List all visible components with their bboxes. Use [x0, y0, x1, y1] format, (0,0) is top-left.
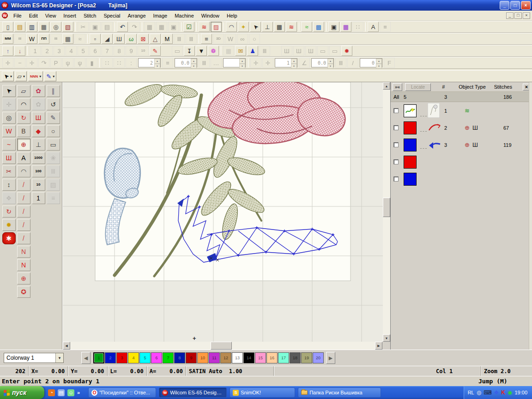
effect-red-button[interactable]: ⊠ [138, 34, 149, 44]
digitize-pen-tool[interactable]: ✎▾ [44, 71, 56, 81]
show-highlight-button[interactable]: ✦ [238, 22, 249, 32]
language-indicator[interactable]: RL [468, 390, 474, 395]
effect-zigzag-button[interactable]: Ш [114, 34, 125, 44]
rotate-object-tool[interactable]: ↻ [17, 112, 30, 124]
skew-spinner[interactable]: 0▲▼ [360, 58, 382, 67]
motif-input-tool[interactable]: ✿ [32, 85, 45, 97]
color-chip-19[interactable]: 19 [301, 352, 312, 363]
colorway-select[interactable]: Colorway 1 ▼ [4, 353, 64, 363]
p-flag-button[interactable]: P [50, 58, 61, 68]
menu-file[interactable]: File [10, 12, 25, 20]
object-visible-checkbox[interactable] [393, 176, 399, 181]
volume-icon[interactable]: ◍ [477, 390, 481, 395]
ruler-1000-tool[interactable]: 1000 [32, 152, 45, 164]
lines-gray-tool[interactable]: ≡ [47, 192, 60, 204]
n-red-tool[interactable]: N [17, 259, 30, 271]
object-row[interactable]: 1≋ [393, 102, 532, 119]
pattern-stamp-tool[interactable]: ◆ [32, 125, 45, 137]
show-grid-button[interactable]: ▦ [274, 22, 285, 32]
gray-a-button[interactable]: ▭ [317, 46, 328, 56]
fan-gray-tool[interactable]: ❖ [2, 192, 16, 204]
resequence-1-button[interactable]: 1 [30, 46, 41, 56]
warp-button[interactable]: W [225, 34, 236, 44]
color-chip-1[interactable]: 1 [93, 352, 104, 363]
three-d-button[interactable]: 3D [213, 34, 224, 44]
open-folder-button[interactable]: ▤ [14, 22, 25, 32]
stitch-list-b-button[interactable]: Ш [293, 46, 304, 56]
show-green-stitch-button[interactable]: ≈ [301, 22, 312, 32]
color-pencil-button[interactable]: ✎ [150, 46, 161, 56]
columns-gray-tool[interactable]: Ⅲ [47, 165, 60, 177]
rectangle-tool-tool[interactable]: ▭ [47, 139, 60, 151]
vertical-scroll-thumb[interactable] [383, 198, 390, 217]
spinner-arrows-icon[interactable]: ▲▼ [191, 59, 197, 67]
show-hatch-button[interactable]: ▨ [211, 22, 222, 32]
show-outline-button[interactable]: ◠ [226, 22, 237, 32]
count-spinner[interactable]: 2▲▼ [138, 58, 161, 67]
density-button[interactable]: ≡ [201, 34, 212, 44]
color-chip-18[interactable]: 18 [290, 352, 301, 363]
lettering-tool[interactable]: A [17, 152, 30, 164]
effect-wm-button[interactable]: M [162, 34, 173, 44]
print-preview-button[interactable]: ◎ [50, 22, 61, 32]
contour-fill-button[interactable]: ≈ [74, 34, 85, 44]
nudge-b-button[interactable]: ✛ [26, 58, 37, 68]
motif-gray-tool[interactable]: ✿ [32, 98, 45, 110]
desktop-icon[interactable]: ▤ [58, 389, 65, 396]
align-b-button[interactable]: ∷ [114, 58, 125, 68]
new-document-button[interactable]: ▯ [2, 22, 13, 32]
color-swatch[interactable] [404, 139, 417, 151]
chevron-down-icon[interactable]: ▼ [55, 353, 63, 363]
dots-button[interactable]: : [126, 58, 137, 68]
needle-point-button[interactable]: ⊥ [262, 22, 273, 32]
horizontal-scroll-thumb[interactable] [211, 342, 232, 350]
mdi-restore-button[interactable]: □ [514, 12, 522, 19]
menu-insert[interactable]: Insert [60, 12, 80, 20]
ring-button[interactable]: ○ [249, 34, 260, 44]
resequence-9-button[interactable]: 9 [126, 46, 137, 56]
scroll-right-button[interactable]: ▶ [375, 342, 382, 350]
object-visible-checkbox[interactable] [393, 125, 399, 130]
color-chip-11[interactable]: 11 [209, 352, 220, 363]
color-swatch[interactable] [404, 173, 417, 186]
taskbar-task-3[interactable]: SSnimOK! [230, 387, 295, 398]
nudge-a-button[interactable]: ✛ [2, 58, 13, 68]
envelope-button[interactable]: ✉ [235, 46, 246, 56]
scroll-left-button[interactable]: ◀ [63, 342, 70, 350]
menu-help[interactable]: Help [223, 12, 241, 20]
show-red-stitch-button[interactable]: ≋ [286, 22, 297, 32]
effect-triangle-button[interactable]: △ [150, 34, 161, 44]
bars-b-button[interactable]: Ⅲ [335, 58, 346, 68]
show-stitches-button[interactable]: ≋ [199, 22, 210, 32]
object-visible-checkbox[interactable] [393, 108, 399, 113]
reshape-object-tool[interactable]: ▱ [17, 85, 30, 97]
object-visible-checkbox[interactable] [393, 159, 399, 164]
locate-button[interactable]: Locate [405, 83, 431, 91]
fork-b-button[interactable]: ψ [74, 58, 85, 68]
ellipse-tool-tool[interactable]: ○ [47, 125, 60, 137]
satin-stitch-button[interactable]: MM [2, 34, 13, 44]
grid-dots-button[interactable]: ∷ [352, 22, 363, 32]
resequence-10-button[interactable]: 10 [138, 46, 149, 56]
color-chip-6[interactable]: 6 [151, 352, 162, 363]
star-fill-tool[interactable]: ✹ [2, 219, 16, 231]
show-image-button[interactable]: ▩ [313, 22, 324, 32]
satin-stitch-tool-tool[interactable]: Ш [2, 152, 16, 164]
image-import-button[interactable]: ▧ [62, 22, 73, 32]
color-mix-button[interactable]: ✹ [341, 46, 352, 56]
bridge-span-tool[interactable]: ◠ [17, 165, 30, 177]
order-up-button[interactable]: ↑ [2, 46, 13, 56]
hoop-left-button[interactable]: ▦ [144, 22, 155, 32]
spinner-arrows-icon[interactable]: ▲▼ [376, 59, 382, 67]
show-pointer-button[interactable]: ➤ [250, 22, 261, 32]
minus-button[interactable]: − [14, 58, 25, 68]
zigzag-stitch-button[interactable]: W [26, 34, 37, 44]
taskbar-task-2[interactable]: WWilcom ES-65 Design... [159, 387, 227, 398]
align-a-button[interactable]: ∷ [102, 58, 113, 68]
tatami-fill-button[interactable]: ΠΠ [38, 34, 49, 44]
dashes-button[interactable]: … [211, 58, 222, 68]
dropdown-caret-icon[interactable]: ▾ [23, 74, 25, 79]
curve-run-tool[interactable]: ↺ [47, 98, 60, 110]
grid-color-button[interactable]: ▦ [340, 22, 351, 32]
effect-gray-2-button[interactable]: Ⅲ [186, 34, 197, 44]
